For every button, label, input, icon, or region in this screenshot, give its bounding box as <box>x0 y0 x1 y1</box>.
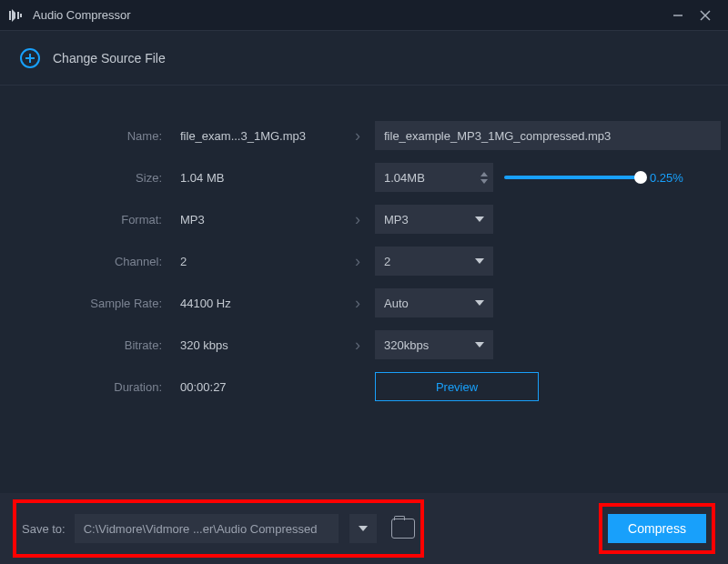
chevron-down-icon <box>475 217 484 222</box>
label-size: Size: <box>18 171 173 185</box>
src-format: MP3 <box>177 213 340 227</box>
chevron-down-icon <box>475 342 484 347</box>
bitrate-select[interactable]: 320kbps <box>375 330 493 359</box>
save-path-value: C:\Vidmore\Vidmore ...er\Audio Compresse… <box>84 522 318 536</box>
output-size-stepper[interactable]: 1.04MB <box>375 163 493 192</box>
label-name: Name: <box>18 129 173 143</box>
arrow-icon: › <box>344 210 371 229</box>
label-bitrate: Bitrate: <box>18 338 173 352</box>
change-source-bar[interactable]: Change Source File <box>0 31 728 86</box>
save-path-select[interactable]: C:\Vidmore\Vidmore ...er\Audio Compresse… <box>75 514 339 543</box>
settings-form: Name: file_exam...3_1MG.mp3 › Size: 1.04… <box>0 86 728 426</box>
change-source-label: Change Source File <box>53 51 166 65</box>
src-duration: 00:00:27 <box>177 380 340 394</box>
src-channel: 2 <box>177 255 340 268</box>
save-to-label: Save to: <box>22 522 66 536</box>
size-slider[interactable] <box>504 176 641 179</box>
bitrate-select-value: 320kbps <box>384 338 429 352</box>
preview-button[interactable]: Preview <box>375 372 539 401</box>
chevron-down-icon <box>475 300 484 306</box>
open-folder-button[interactable] <box>391 519 415 539</box>
preview-button-label: Preview <box>436 380 478 394</box>
row-duration: Duration: 00:00:27 Preview <box>18 366 710 408</box>
compress-group: Compress <box>599 503 715 554</box>
channel-select-value: 2 <box>384 255 390 268</box>
add-icon <box>20 48 40 68</box>
label-channel: Channel: <box>18 255 173 268</box>
label-format: Format: <box>18 213 173 227</box>
row-samplerate: Sample Rate: 44100 Hz › Auto <box>18 282 710 324</box>
arrow-icon: › <box>344 252 371 271</box>
titlebar: Audio Compressor <box>0 0 728 31</box>
svg-rect-2 <box>20 14 22 17</box>
src-samplerate: 44100 Hz <box>177 297 340 310</box>
row-name: Name: file_exam...3_1MG.mp3 › <box>18 115 710 156</box>
close-button[interactable] <box>692 0 719 31</box>
size-step-up[interactable] <box>480 172 488 176</box>
arrow-icon: › <box>344 336 371 355</box>
compress-button-label: Compress <box>628 521 686 536</box>
samplerate-select[interactable]: Auto <box>375 288 493 317</box>
save-path-dropdown[interactable] <box>349 514 377 543</box>
label-duration: Duration: <box>18 380 173 394</box>
save-to-group: Save to: C:\Vidmore\Vidmore ...er\Audio … <box>13 499 424 558</box>
minimize-button[interactable] <box>664 0 692 31</box>
chevron-down-icon <box>359 526 368 531</box>
size-percent: 0.25% <box>650 171 688 185</box>
row-format: Format: MP3 › MP3 <box>18 198 710 240</box>
src-size: 1.04 MB <box>177 171 340 185</box>
src-bitrate: 320 kbps <box>177 338 340 352</box>
arrow-icon: › <box>344 294 371 313</box>
output-size-value: 1.04MB <box>375 171 475 185</box>
svg-rect-1 <box>17 12 19 19</box>
samplerate-select-value: Auto <box>384 297 409 310</box>
output-name-input[interactable] <box>375 121 721 150</box>
channel-select[interactable]: 2 <box>375 247 493 276</box>
label-samplerate: Sample Rate: <box>18 297 173 310</box>
row-bitrate: Bitrate: 320 kbps › 320kbps <box>18 324 710 366</box>
bottom-bar: Save to: C:\Vidmore\Vidmore ...er\Audio … <box>0 493 728 564</box>
slider-thumb[interactable] <box>634 171 647 184</box>
chevron-down-icon <box>475 258 484 264</box>
format-select[interactable]: MP3 <box>375 205 493 234</box>
app-icon <box>9 9 25 22</box>
row-size: Size: 1.04 MB 1.04MB 0.25% <box>18 156 710 198</box>
svg-rect-0 <box>9 11 11 20</box>
src-name: file_exam...3_1MG.mp3 <box>177 129 340 143</box>
size-step-down[interactable] <box>480 179 488 184</box>
arrow-icon: › <box>344 126 371 146</box>
row-channel: Channel: 2 › 2 <box>18 240 710 282</box>
compress-button[interactable]: Compress <box>608 514 706 543</box>
app-title: Audio Compressor <box>33 8 131 22</box>
format-select-value: MP3 <box>384 213 409 227</box>
